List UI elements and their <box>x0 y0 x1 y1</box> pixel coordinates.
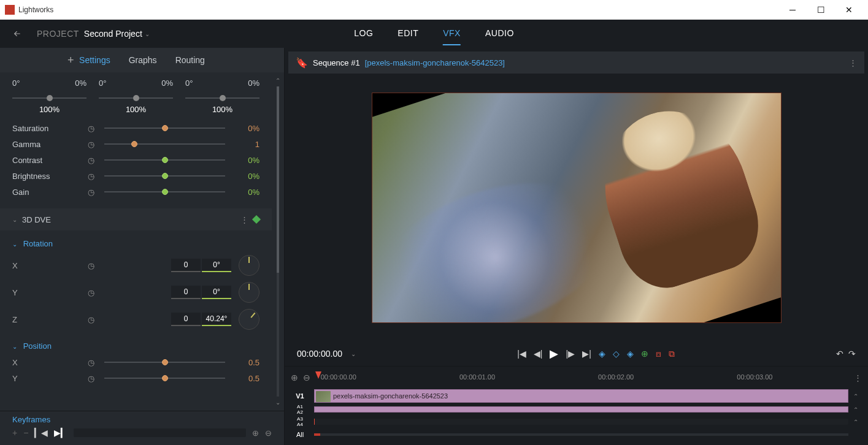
param-slider[interactable] <box>104 362 225 363</box>
rotation-x-degrees-input[interactable] <box>202 259 231 272</box>
bookmark-icon[interactable]: 🔖 <box>296 57 308 69</box>
param-slider[interactable] <box>104 159 225 161</box>
video-track[interactable]: pexels-maksim-goncharenok-5642523 <box>314 389 848 403</box>
param-value[interactable]: 0.5 <box>235 374 259 383</box>
param-slider[interactable] <box>104 127 225 129</box>
color-wheel-mids[interactable]: 0°0% 100% <box>99 78 173 114</box>
overview-track[interactable] <box>314 433 848 436</box>
rotation-z-dial[interactable] <box>239 309 259 330</box>
keyframe-stopwatch-icon[interactable]: ◷ <box>86 187 96 197</box>
keyframe-next-button[interactable]: ▶▎ <box>54 428 67 438</box>
color-wheel-highs[interactable]: 0°0% 100% <box>185 78 259 114</box>
step-back-button[interactable]: ◀| <box>534 349 543 359</box>
param-value[interactable]: 0% <box>235 188 259 197</box>
window-maximize-button[interactable]: ☐ <box>807 0 835 20</box>
keyframe-stopwatch-icon[interactable]: ◷ <box>86 373 96 383</box>
insert-button[interactable]: ⊕ <box>641 349 648 359</box>
keyframe-prev-button[interactable]: ▎◀ <box>34 428 48 438</box>
redo-button[interactable]: ↷ <box>848 349 856 359</box>
param-value[interactable]: 0% <box>235 172 259 181</box>
audio-track[interactable] <box>314 406 848 413</box>
keyframe-stopwatch-icon[interactable]: ◷ <box>86 357 96 367</box>
mark-out-button[interactable]: ◈ <box>627 349 634 359</box>
subsection-position[interactable]: ⌄ Position <box>0 333 272 354</box>
rotation-y-turns-input[interactable] <box>171 286 201 299</box>
track-label[interactable]: A1A2 <box>291 404 309 415</box>
chevron-up-icon[interactable]: ⌃ <box>853 393 862 400</box>
audio-track[interactable] <box>314 419 848 425</box>
delete-button[interactable]: ⧉ <box>669 349 675 359</box>
preview-menu-icon[interactable]: ⋮ <box>849 58 857 67</box>
rotation-x-turns-input[interactable] <box>171 259 201 272</box>
subsection-rotation[interactable]: ⌄ Rotation <box>0 230 272 252</box>
effect-enabled-indicator[interactable] <box>252 215 261 224</box>
keyframe-stopwatch-icon[interactable]: ◷ <box>86 155 96 165</box>
keyframe-stopwatch-icon[interactable]: ◷ <box>86 139 96 149</box>
param-value[interactable]: 0.5 <box>235 358 259 367</box>
go-to-end-button[interactable]: ▶| <box>582 349 591 359</box>
slider[interactable] <box>12 97 86 99</box>
track-label[interactable]: All <box>291 431 309 438</box>
play-button[interactable]: ▶ <box>550 347 558 360</box>
video-preview[interactable] <box>285 74 868 341</box>
slider[interactable] <box>185 97 259 99</box>
rotation-z-degrees-input[interactable] <box>202 313 231 326</box>
add-effect-button[interactable]: + <box>67 54 74 67</box>
tab-vfx[interactable]: VFX <box>443 22 461 45</box>
param-slider[interactable] <box>104 378 225 379</box>
keyframe-stopwatch-icon[interactable]: ◷ <box>86 261 96 270</box>
clip-name[interactable]: [pexels-maksim-goncharenok-5642523] <box>365 58 505 67</box>
panel-tab-routing[interactable]: Routing <box>175 55 205 65</box>
zoom-in-icon[interactable]: ⊕ <box>252 428 259 438</box>
chevron-up-icon[interactable]: ⌃ <box>853 406 862 413</box>
timeline-zoom-in-icon[interactable]: ⊕ <box>291 373 298 382</box>
chevron-up-icon[interactable]: ⌃ <box>853 419 862 425</box>
tab-audio[interactable]: AUDIO <box>485 22 514 45</box>
remove-button[interactable]: ⧈ <box>656 349 661 359</box>
timeline-ruler[interactable]: 00:00:00.00 00:00:01.00 00:00:02.00 00:0… <box>315 371 849 384</box>
timeline-zoom-out-icon[interactable]: ⊖ <box>303 373 310 382</box>
window-close-button[interactable]: ✕ <box>835 0 863 20</box>
param-value[interactable]: 0% <box>235 124 259 133</box>
param-slider[interactable] <box>104 175 225 177</box>
rotation-x-dial[interactable] <box>239 255 259 276</box>
track-label[interactable]: A3A4 <box>291 416 309 427</box>
rotation-z-turns-input[interactable] <box>171 313 201 326</box>
keyframe-add-button[interactable]: + <box>12 428 17 438</box>
tab-log[interactable]: LOG <box>354 22 373 45</box>
track-label[interactable]: V1 <box>291 392 309 400</box>
rotation-y-degrees-input[interactable] <box>202 286 231 299</box>
mark-in-button[interactable]: ◈ <box>599 349 605 359</box>
project-dropdown-icon[interactable]: ⌄ <box>145 31 150 37</box>
scroll-up-icon[interactable]: ⌃ <box>275 77 280 84</box>
step-forward-button[interactable]: |▶ <box>566 349 575 359</box>
timeline-clip[interactable]: pexels-maksim-goncharenok-5642523 <box>314 389 848 403</box>
panel-tab-settings[interactable]: Settings <box>79 55 110 65</box>
keyframe-stopwatch-icon[interactable]: ◷ <box>86 314 96 324</box>
keyframe-remove-button[interactable]: − <box>23 428 28 438</box>
project-name[interactable]: Second Project <box>84 29 142 39</box>
undo-button[interactable]: ↶ <box>836 349 843 359</box>
timecode-display[interactable]: 00:00:00.00 <box>297 349 342 359</box>
slider[interactable] <box>99 97 173 99</box>
go-to-start-button[interactable]: |◀ <box>517 349 526 359</box>
timecode-dropdown-icon[interactable]: ⌄ <box>351 351 356 357</box>
scroll-down-icon[interactable]: ⌄ <box>275 399 280 406</box>
keyframe-stopwatch-icon[interactable]: ◷ <box>86 287 96 297</box>
window-minimize-button[interactable]: ─ <box>778 0 807 20</box>
settings-scrollbar[interactable]: ⌃ ⌄ <box>272 72 284 411</box>
keyframe-track[interactable] <box>74 428 246 437</box>
back-button[interactable] <box>10 26 25 41</box>
tab-edit[interactable]: EDIT <box>398 22 418 45</box>
rotation-y-dial[interactable] <box>239 282 259 303</box>
color-wheel-shadows[interactable]: 0°0% 100% <box>12 78 86 114</box>
zoom-out-icon[interactable]: ⊖ <box>265 428 272 438</box>
mark-clear-button[interactable]: ◇ <box>613 349 620 359</box>
param-slider[interactable] <box>104 143 225 145</box>
panel-tab-graphs[interactable]: Graphs <box>129 55 157 65</box>
keyframe-stopwatch-icon[interactable]: ◷ <box>86 171 96 181</box>
section-3d-dve[interactable]: ⌄ 3D DVE ⋮ <box>0 208 272 230</box>
param-value[interactable]: 1 <box>235 140 259 149</box>
keyframe-stopwatch-icon[interactable]: ◷ <box>86 123 96 133</box>
section-menu-icon[interactable]: ⋮ <box>240 215 248 224</box>
